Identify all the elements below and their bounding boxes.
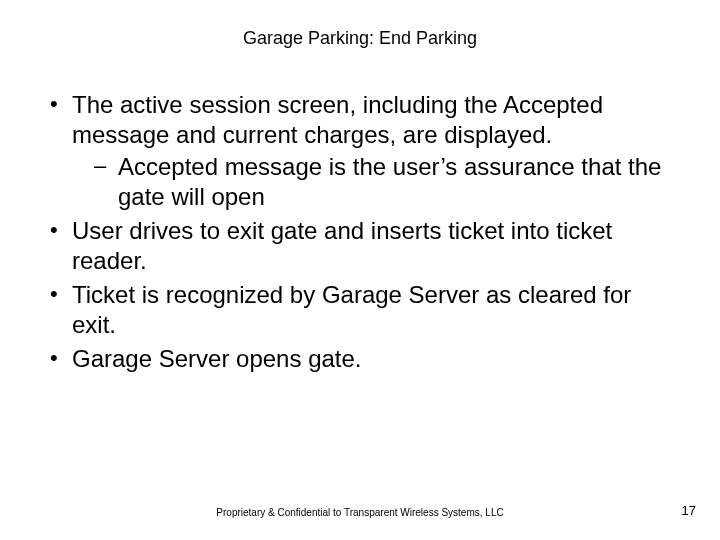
list-item: Garage Server opens gate. [48,344,672,374]
list-item: The active session screen, including the… [48,90,672,212]
bullet-list: The active session screen, including the… [48,90,672,374]
bullet-text: The active session screen, including the… [72,91,603,148]
slide-title: Garage Parking: End Parking [0,28,720,49]
bullet-text: Ticket is recognized by Garage Server as… [72,281,631,338]
slide: Garage Parking: End Parking The active s… [0,0,720,540]
bullet-text: Garage Server opens gate. [72,345,362,372]
list-item: Accepted message is the user’s assurance… [88,152,672,212]
bullet-text: User drives to exit gate and inserts tic… [72,217,612,274]
page-number: 17 [682,503,696,518]
sub-list: Accepted message is the user’s assurance… [72,152,672,212]
footer-text: Proprietary & Confidential to Transparen… [0,507,720,518]
slide-body: The active session screen, including the… [48,90,672,378]
list-item: Ticket is recognized by Garage Server as… [48,280,672,340]
bullet-text: Accepted message is the user’s assurance… [118,153,661,210]
list-item: User drives to exit gate and inserts tic… [48,216,672,276]
